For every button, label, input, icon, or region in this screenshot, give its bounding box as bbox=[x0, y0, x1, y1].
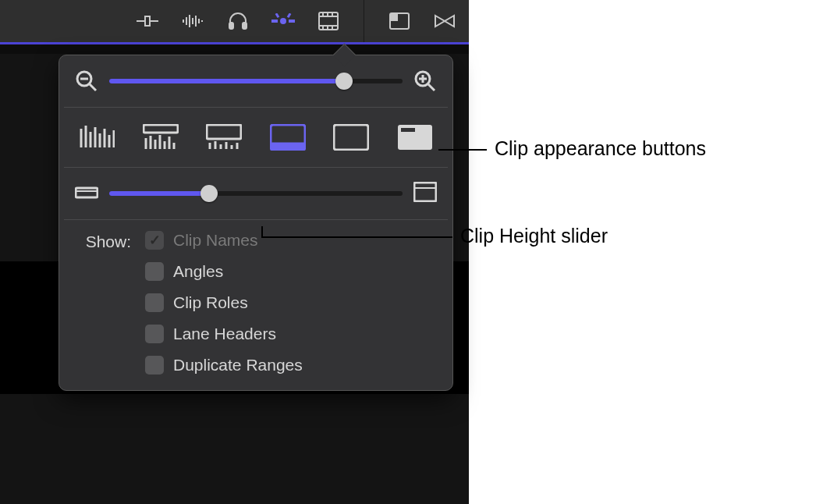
option-label: Duplicate Ranges bbox=[173, 356, 303, 374]
callout-line bbox=[261, 226, 263, 236]
show-label: Show: bbox=[75, 231, 131, 374]
checkbox[interactable] bbox=[145, 356, 164, 374]
callout-line bbox=[438, 149, 487, 151]
zoom-in-icon[interactable] bbox=[413, 69, 437, 93]
callout-appearance: Clip appearance buttons bbox=[495, 137, 706, 160]
svg-rect-43 bbox=[144, 125, 178, 133]
clip-small-icon bbox=[75, 183, 98, 204]
skimmer-icon[interactable] bbox=[134, 8, 161, 34]
svg-line-29 bbox=[90, 84, 96, 91]
appearance-label-only[interactable] bbox=[393, 122, 437, 153]
show-option-lane_headers[interactable]: Lane Headers bbox=[145, 325, 303, 343]
window-layout-icon[interactable] bbox=[386, 8, 413, 34]
zoom-out-icon[interactable] bbox=[75, 69, 98, 93]
show-option-angles[interactable]: Angles bbox=[145, 262, 303, 281]
appearance-filmstrip-only[interactable] bbox=[329, 122, 373, 153]
clip-large-icon bbox=[413, 182, 437, 205]
svg-rect-27 bbox=[390, 13, 398, 21]
headphones-icon[interactable] bbox=[225, 8, 251, 34]
timeline-ruler bbox=[0, 44, 469, 54]
appearance-filmstrip-waveform[interactable] bbox=[266, 122, 310, 153]
zoom-row bbox=[59, 55, 452, 107]
toolbar-separator bbox=[364, 0, 364, 42]
svg-rect-13 bbox=[271, 20, 278, 23]
svg-rect-51 bbox=[207, 125, 241, 139]
svg-rect-2 bbox=[145, 16, 150, 26]
clip-appearance-popover: Show: ✓Clip NamesAnglesClip RolesLane He… bbox=[59, 55, 453, 391]
option-label: Lane Headers bbox=[173, 325, 276, 343]
option-label: Clip Names bbox=[173, 231, 258, 250]
show-option-clip_names: ✓Clip Names bbox=[145, 231, 303, 250]
snap-icon[interactable] bbox=[270, 8, 296, 34]
zoom-slider[interactable] bbox=[109, 72, 403, 91]
clip-appearance-buttons bbox=[59, 108, 452, 167]
toolbar bbox=[0, 0, 469, 42]
svg-rect-16 bbox=[287, 13, 292, 18]
show-options: Show: ✓Clip NamesAnglesClip RolesLane He… bbox=[59, 220, 452, 374]
bowtie-icon[interactable] bbox=[431, 8, 458, 34]
appearance-waveform-large[interactable] bbox=[139, 122, 183, 153]
show-option-clip_roles[interactable]: Clip Roles bbox=[145, 293, 303, 312]
clip-height-row bbox=[59, 168, 452, 219]
svg-rect-65 bbox=[414, 183, 436, 201]
svg-rect-14 bbox=[289, 20, 295, 23]
option-label: Angles bbox=[173, 262, 223, 281]
appearance-waveform-only[interactable] bbox=[75, 122, 119, 153]
checkbox: ✓ bbox=[145, 231, 164, 250]
checkbox[interactable] bbox=[145, 325, 164, 343]
audio-waveform-icon[interactable] bbox=[179, 8, 206, 34]
appearance-waveform-small[interactable] bbox=[202, 122, 246, 153]
checkbox[interactable] bbox=[145, 293, 164, 312]
svg-rect-11 bbox=[243, 23, 247, 29]
svg-rect-62 bbox=[401, 128, 415, 132]
svg-point-12 bbox=[280, 18, 286, 24]
option-label: Clip Roles bbox=[173, 293, 248, 312]
svg-rect-15 bbox=[275, 13, 280, 18]
show-option-duplicate_ranges[interactable]: Duplicate Ranges bbox=[145, 356, 303, 374]
svg-rect-60 bbox=[334, 125, 368, 150]
callout-height: Clip Height slider bbox=[460, 225, 608, 247]
app-panel: Show: ✓Clip NamesAnglesClip RolesLane He… bbox=[0, 0, 469, 504]
checkbox[interactable] bbox=[145, 262, 164, 281]
svg-rect-10 bbox=[229, 23, 233, 29]
clip-height-slider[interactable] bbox=[109, 184, 403, 203]
filmstrip-icon[interactable] bbox=[315, 8, 342, 34]
svg-line-32 bbox=[428, 84, 435, 91]
svg-rect-63 bbox=[76, 188, 98, 197]
callout-line bbox=[261, 236, 452, 238]
svg-rect-59 bbox=[271, 143, 305, 150]
